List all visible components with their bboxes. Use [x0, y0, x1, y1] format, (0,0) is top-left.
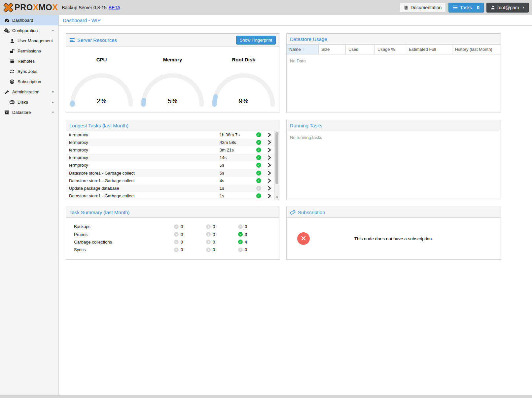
svg-text:9%: 9% — [239, 97, 249, 105]
svg-text:5%: 5% — [168, 97, 178, 105]
sidebar-item-administration[interactable]: Administration ▾ — [0, 87, 58, 97]
horizontal-scrollbar-track[interactable] — [0, 395, 532, 398]
error-circle-icon: × — [174, 240, 179, 244]
tasks-count-badge: 0 — [477, 5, 479, 10]
chevron-right-icon[interactable] — [265, 133, 274, 137]
error-count-cell: ×0 — [174, 224, 206, 229]
task-name: termproxy — [66, 132, 220, 137]
sidebar-item-subscription[interactable]: Subscription — [0, 77, 58, 87]
task-row[interactable]: termproxy 42m 58s ✓ — [66, 139, 274, 146]
chevron-right-icon[interactable] — [265, 171, 274, 175]
top-header-bar: PROXMOX Backup Server 0.8-15 BETA Docume… — [0, 0, 532, 15]
task-duration: 14s — [220, 155, 253, 160]
proxmox-backup-server-app: PROXMOX Backup Server 0.8-15 BETA Docume… — [0, 0, 532, 398]
check-circle-icon: ✓ — [238, 232, 243, 237]
error-count-cell: ×0 — [174, 240, 206, 245]
sidebar-item-configuration[interactable]: Configuration ▾ — [0, 25, 58, 36]
error-count-cell: ×0 — [174, 232, 206, 237]
column-header-usage-percent[interactable]: Usage % — [375, 45, 406, 54]
datastore-icon — [4, 110, 10, 115]
user-menu-button[interactable]: root@pam ▾ — [486, 3, 529, 13]
running-tasks-title: Running Tasks — [290, 123, 322, 128]
longest-tasks-panel: Longest Tasks (last Month) termproxy 1h … — [66, 120, 279, 200]
task-row[interactable]: termproxy 5s ✓ — [66, 161, 274, 169]
task-row[interactable]: Datastore store1 - Garbage collect 4s ✓ — [66, 177, 274, 184]
task-name: termproxy — [66, 163, 220, 168]
proxmox-logo-text: PROXMOX — [15, 3, 58, 12]
check-circle-icon: ✓ — [238, 240, 243, 244]
chevron-right-icon[interactable] — [265, 140, 274, 145]
chevron-right-icon[interactable] — [265, 163, 274, 167]
warning-circle-icon: ! — [206, 248, 211, 252]
task-row[interactable]: termproxy 14s ✓ — [66, 154, 274, 161]
no-running-tasks-text: No running tasks — [287, 131, 501, 144]
task-name: termproxy — [66, 148, 220, 152]
column-header-size[interactable]: Size — [319, 45, 346, 54]
subscription-message: This node does not have a subscription. — [287, 236, 501, 241]
scrollbar-down-arrow[interactable]: ▼ — [275, 196, 279, 199]
task-duration: 5s — [220, 163, 253, 168]
task-status-icon: ✓ — [253, 163, 265, 168]
sort-ascending-icon: ↑ — [303, 47, 305, 52]
task-summary-label: Prunes — [66, 232, 174, 237]
task-row[interactable]: termproxy 1h 38m 7s ✓ — [66, 131, 274, 139]
error-circle-icon: × — [174, 224, 179, 229]
documentation-button[interactable]: Documentation — [399, 3, 446, 13]
column-header-history[interactable]: History (last Month) — [452, 45, 501, 54]
column-header-name[interactable]: Name ↑ — [287, 45, 319, 54]
proxmox-x-mark-icon — [3, 3, 13, 13]
task-status-icon: ✓ — [253, 193, 265, 198]
expander-down-icon[interactable]: ▾ — [52, 90, 54, 94]
task-row[interactable]: Update package database 1s ? — [66, 184, 274, 192]
show-fingerprint-button[interactable]: Show Fingerprint — [236, 36, 276, 45]
expander-down-icon[interactable]: ▾ — [52, 110, 54, 115]
gears-icon — [4, 28, 10, 33]
task-status-icon: ✓ — [253, 155, 265, 160]
sidebar-item-permissions[interactable]: Permissions — [0, 46, 58, 56]
gauge-label: Root Disk — [210, 57, 277, 62]
sidebar-item-disks[interactable]: Disks ▸ — [0, 97, 58, 107]
task-row[interactable]: termproxy 3m 21s ✓ — [66, 146, 274, 154]
server-resources-title: Server Resources — [77, 37, 117, 43]
chevron-right-icon[interactable] — [265, 194, 274, 198]
expander-right-icon[interactable]: ▸ — [52, 100, 54, 104]
task-summary-label: Syncs — [66, 247, 174, 252]
column-header-estimated-full[interactable]: Estimated Full — [406, 45, 452, 54]
warning-circle-icon: ! — [206, 232, 211, 237]
error-count-cell: ×0 — [174, 247, 206, 252]
task-status-icon: ? — [253, 186, 265, 191]
sidebar-item-user-management[interactable]: User Management — [0, 36, 58, 46]
chevron-right-icon[interactable] — [265, 186, 274, 190]
chevron-right-icon[interactable] — [265, 179, 274, 183]
sidebar-item-dashboard[interactable]: Dashboard — [0, 15, 58, 25]
scrollbar-thumb[interactable] — [275, 132, 278, 184]
sidebar-item-sync-jobs[interactable]: Sync Jobs — [0, 66, 58, 77]
chevron-down-icon: ▾ — [522, 5, 524, 10]
cpu-gauge: CPU 2% — [68, 57, 135, 108]
subscription-panel: Subscription ✕ This node does not have a… — [286, 207, 501, 260]
sidebar-item-datastore[interactable]: Datastore ▾ — [0, 107, 58, 117]
task-row[interactable]: Datastore store1 - Garbage collect 1s ✓ — [66, 192, 274, 200]
task-summary-row: Syncs ×0 !0 ✓0 — [66, 246, 279, 253]
task-name: Datastore store1 - Garbage collect — [66, 171, 220, 176]
product-version-label: Backup Server 0.8-15 — [62, 5, 106, 10]
task-name: Datastore store1 - Garbage collect — [66, 193, 220, 198]
task-duration: 42m 58s — [220, 140, 253, 145]
chevron-right-icon[interactable] — [265, 155, 274, 160]
warning-count-cell: !0 — [206, 247, 238, 252]
task-row[interactable]: Datastore store1 - Garbage collect 5s ✓ — [66, 169, 274, 177]
expander-down-icon[interactable]: ▾ — [52, 28, 54, 33]
task-status-icon: ✓ — [253, 171, 265, 176]
column-header-used[interactable]: Used — [346, 45, 375, 54]
datastore-usage-panel: Datastore Usage Name ↑ Size Used Usage %… — [286, 33, 501, 113]
ticket-icon — [290, 210, 296, 215]
task-status-icon: ✓ — [253, 132, 265, 137]
chevron-right-icon[interactable] — [265, 148, 274, 152]
user-icon — [9, 38, 15, 44]
tasks-button[interactable]: Tasks 0 — [448, 3, 484, 13]
sidebar-item-remotes[interactable]: Remotes — [0, 56, 58, 66]
task-summary-panel: Task Summary (last Month) Backups ×0 !0 … — [66, 207, 279, 260]
warning-count-cell: !0 — [206, 224, 238, 229]
vertical-scrollbar[interactable]: ▼ — [274, 131, 279, 200]
beta-link[interactable]: BETA — [109, 5, 121, 10]
